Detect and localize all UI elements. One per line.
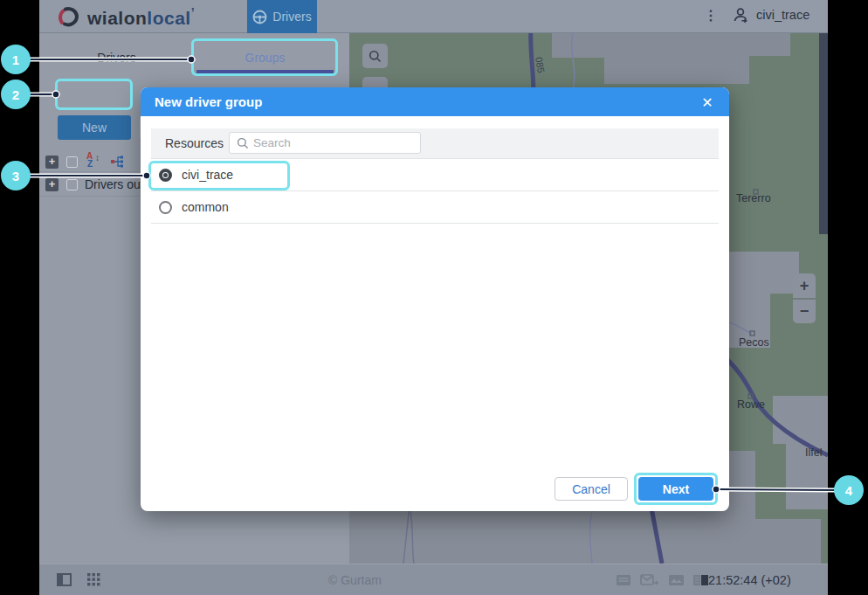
panel-toggle-icon[interactable] xyxy=(57,573,72,586)
dialog-header: New driver group ✕ xyxy=(141,87,729,116)
resource-option-civi-trace[interactable]: civi_trace xyxy=(151,159,719,191)
mail-forward-icon[interactable] xyxy=(640,573,658,587)
kebab-menu-icon[interactable]: ⋮ xyxy=(703,7,719,26)
grid-icon[interactable] xyxy=(87,573,100,586)
screenshot-stage: wialonlocalʼ Drivers ⋮ civi_trace xyxy=(0,0,868,595)
resources-label: Resources xyxy=(165,136,224,150)
search-field[interactable] xyxy=(229,132,421,154)
option-label: common xyxy=(182,200,229,214)
propagate-icon[interactable] xyxy=(110,155,125,169)
dialog-title: New driver group xyxy=(155,94,262,109)
magnifier-icon xyxy=(237,137,249,149)
resource-option-common[interactable]: common xyxy=(151,191,719,224)
username: civi_trace xyxy=(756,8,809,22)
list-item-label: Drivers out xyxy=(85,177,144,191)
copyright-label: © Gurtam xyxy=(328,573,382,587)
tab-drivers[interactable]: Drivers xyxy=(39,38,194,77)
map-place-label: Ilfel xyxy=(805,446,822,459)
top-bar: wialonlocalʼ Drivers ⋮ civi_trace xyxy=(39,0,828,33)
user-icon xyxy=(732,6,749,24)
close-icon[interactable]: ✕ xyxy=(696,91,719,114)
item-checkbox[interactable] xyxy=(66,179,78,190)
radio-unselected[interactable] xyxy=(159,201,172,214)
option-label: civi_trace xyxy=(182,168,233,182)
clock-label: 21:52:44 (+02) xyxy=(708,573,791,587)
app-tab-label: Drivers xyxy=(272,10,311,24)
feed-icon[interactable] xyxy=(616,573,632,587)
sort-az-icon[interactable]: AZ↕ xyxy=(86,153,102,170)
resources-bar: Resources xyxy=(151,128,719,158)
wialon-logo: wialonlocalʼ xyxy=(57,4,258,29)
next-button[interactable]: Next xyxy=(638,477,713,501)
app-tab-drivers[interactable]: Drivers xyxy=(247,0,317,33)
annotation-badge-2: 2 xyxy=(1,80,31,109)
expand-all-icon[interactable]: + xyxy=(45,156,59,169)
search-icon xyxy=(369,50,382,63)
new-group-button[interactable]: New xyxy=(58,115,131,140)
active-tab-underline xyxy=(196,70,334,74)
resource-options: civi_trace common xyxy=(151,158,719,224)
user-menu[interactable]: civi_trace xyxy=(732,6,809,24)
annotation-badge-1: 1 xyxy=(1,45,31,74)
annotation-badge-3: 3 xyxy=(1,161,31,190)
annotation-badge-4: 4 xyxy=(834,475,864,505)
new-driver-group-dialog: New driver group ✕ Resources civi_trace … xyxy=(141,87,729,511)
wialon-logo-icon xyxy=(57,5,80,29)
steering-wheel-icon xyxy=(252,10,267,24)
bottom-bar: © Gurtam 21:52:44 (+02) xyxy=(39,564,828,595)
image-icon[interactable] xyxy=(668,573,685,587)
dialog-footer: Cancel Next xyxy=(555,477,713,501)
cancel-button[interactable]: Cancel xyxy=(555,477,628,501)
panel-tabs: Drivers Groups xyxy=(39,38,349,77)
map-search-button[interactable] xyxy=(362,44,388,68)
map-place-label: Pecos xyxy=(739,336,769,349)
tab-groups[interactable]: Groups xyxy=(194,38,336,77)
zoom-in-button[interactable]: + xyxy=(793,273,816,298)
zoom-out-button[interactable]: − xyxy=(793,299,816,323)
radio-selected[interactable] xyxy=(159,169,172,182)
logo-text: wialonlocalʼ xyxy=(87,5,195,29)
select-all-checkbox[interactable] xyxy=(66,156,78,168)
search-input[interactable] xyxy=(253,136,410,149)
map-place-label: Rowe xyxy=(737,398,765,411)
expand-icon[interactable]: + xyxy=(45,178,59,191)
map-place-label: Tererro xyxy=(736,192,771,204)
split-view-icon[interactable] xyxy=(692,573,709,587)
